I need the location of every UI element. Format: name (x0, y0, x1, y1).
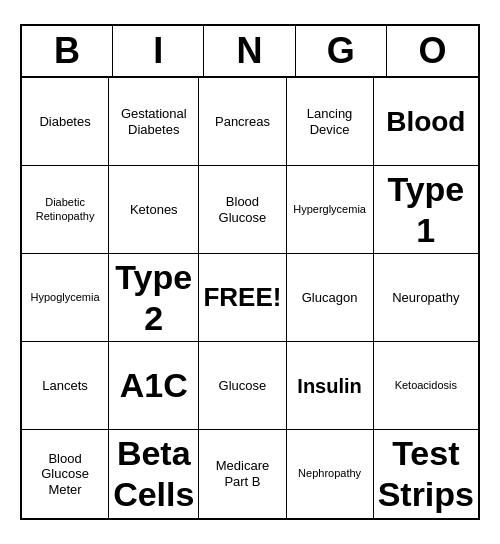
bingo-cell: A1C (109, 342, 199, 430)
bingo-cell: Blood Glucose Meter (22, 430, 109, 518)
bingo-cell: Insulin (287, 342, 374, 430)
bingo-cell: Medicare Part B (199, 430, 286, 518)
header-letter: I (113, 26, 204, 76)
bingo-cell: Blood (374, 78, 478, 166)
header-letter: B (22, 26, 113, 76)
bingo-cell: Nephropathy (287, 430, 374, 518)
bingo-cell: Ketones (109, 166, 199, 254)
bingo-cell: Diabetic Retinopathy (22, 166, 109, 254)
bingo-cell: Type 1 (374, 166, 478, 254)
bingo-cell: Pancreas (199, 78, 286, 166)
header-letter: N (204, 26, 295, 76)
bingo-cell: Beta Cells (109, 430, 199, 518)
bingo-cell: Hypoglycemia (22, 254, 109, 342)
bingo-cell: Gestational Diabetes (109, 78, 199, 166)
bingo-cell: Glucose (199, 342, 286, 430)
bingo-cell: Diabetes (22, 78, 109, 166)
bingo-cell: Lancing Device (287, 78, 374, 166)
bingo-cell: Glucagon (287, 254, 374, 342)
bingo-cell: Type 2 (109, 254, 199, 342)
bingo-cell: Lancets (22, 342, 109, 430)
bingo-cell: FREE! (199, 254, 286, 342)
bingo-cell: Ketoacidosis (374, 342, 478, 430)
header-letter: O (387, 26, 478, 76)
bingo-cell: Blood Glucose (199, 166, 286, 254)
bingo-card: BINGO DiabetesGestational DiabetesPancre… (20, 24, 480, 520)
bingo-cell: Hyperglycemia (287, 166, 374, 254)
bingo-header: BINGO (22, 26, 478, 78)
bingo-cell: Neuropathy (374, 254, 478, 342)
bingo-cell: Test Strips (374, 430, 478, 518)
header-letter: G (296, 26, 387, 76)
bingo-grid: DiabetesGestational DiabetesPancreasLanc… (22, 78, 478, 518)
